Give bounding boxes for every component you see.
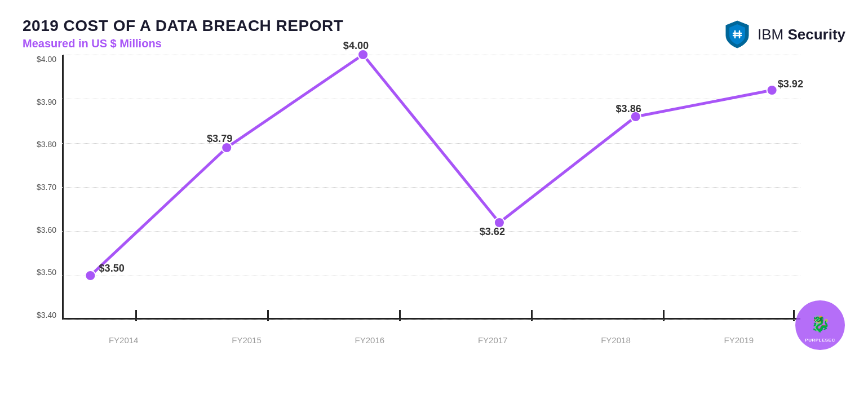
ibm-shield-icon [724, 20, 751, 49]
x-label-fy2017: FY2017 [431, 335, 554, 345]
label-fy2016: $4.00 [343, 40, 369, 51]
subtitle: Measured in US $ Millions [23, 37, 343, 50]
x-axis-labels: FY2014 FY2015 FY2016 FY2017 FY2018 FY201… [62, 335, 800, 345]
y-label-400: $4.00 [37, 55, 56, 64]
x-label-fy2016: FY2016 [308, 335, 431, 345]
label-fy2014: $3.50 [99, 263, 125, 274]
x-label-fy2015: FY2015 [185, 335, 308, 345]
y-label-350: $3.50 [37, 268, 56, 277]
label-fy2017: $3.62 [480, 226, 505, 237]
main-title: 2019 COST OF A DATA BREACH REPORT [23, 17, 343, 35]
dot-fy2014 [85, 271, 95, 281]
label-fy2015: $3.79 [207, 133, 232, 144]
y-axis: $4.00 $3.90 $3.80 $3.70 $3.60 $3.50 $3.4… [23, 55, 62, 320]
label-fy2018: $3.86 [616, 103, 641, 114]
dot-fy2019 [767, 85, 777, 95]
purplesec-logo: 🐉 PURPLESEC [795, 300, 845, 351]
x-label-fy2018: FY2018 [554, 335, 677, 345]
svg-text:🐉: 🐉 [811, 314, 830, 333]
purplesec-logo-svg: 🐉 PURPLESEC [795, 300, 845, 351]
line-chart-svg: $3.50 $3.79 $4.00 $3.62 $3.86 $3.92 [62, 55, 800, 320]
chart-line [90, 55, 772, 276]
label-fy2019: $3.92 [778, 78, 803, 90]
header-area: 2019 COST OF A DATA BREACH REPORT Measur… [23, 17, 845, 50]
x-label-fy2014: FY2014 [62, 335, 185, 345]
ibm-label: IBM [758, 26, 783, 43]
svg-text:PURPLESEC: PURPLESEC [805, 338, 835, 343]
page-container: 2019 COST OF A DATA BREACH REPORT Measur… [0, 0, 868, 399]
y-label-390: $3.90 [37, 97, 56, 107]
y-label-360: $3.60 [37, 225, 56, 234]
y-label-340: $3.40 [37, 311, 56, 320]
y-label-380: $3.80 [37, 140, 56, 149]
chart-area: $4.00 $3.90 $3.80 $3.70 $3.60 $3.50 $3.4… [23, 55, 845, 353]
x-label-fy2019: FY2019 [677, 335, 800, 345]
ibm-security-label: Security [787, 26, 845, 43]
grid-line-6 [62, 320, 800, 320]
ibm-logo-section: IBM Security [724, 20, 845, 49]
ibm-text: IBM Security [758, 26, 845, 43]
title-section: 2019 COST OF A DATA BREACH REPORT Measur… [23, 17, 343, 50]
y-label-370: $3.70 [37, 183, 56, 192]
